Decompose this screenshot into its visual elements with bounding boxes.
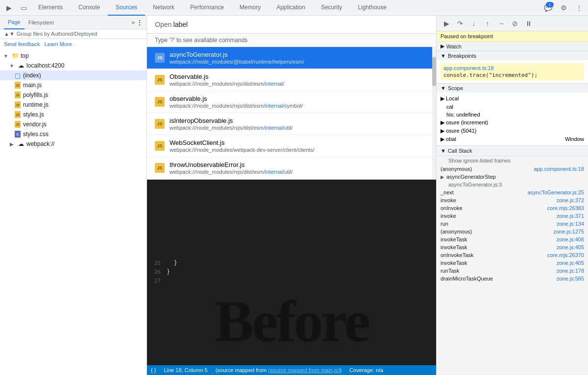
more-icon[interactable]: ⋮ xyxy=(572,1,586,15)
open-hint: Type '?' to see available commands xyxy=(147,34,436,47)
stack-frame-invoke-371[interactable]: invoke zone.js:371 xyxy=(437,212,588,220)
scope-cal: cal xyxy=(441,103,584,111)
file-result-isinterop[interactable]: JS isInteropObservable.js webpack:///nod… xyxy=(147,113,436,135)
file-result-throw[interactable]: JS throwUnobservableError.js webpack:///… xyxy=(147,157,436,179)
format-icon[interactable]: { } xyxy=(151,367,156,373)
stack-group-async-gen[interactable]: ▶ asyncGeneratorStep xyxy=(437,173,588,181)
tab-performance[interactable]: Performance xyxy=(182,0,232,16)
source-mapped: (source mapped from (source mapped from … xyxy=(216,367,342,373)
breakpoints-header[interactable]: ▼ Breakpoints xyxy=(437,51,588,60)
tree-item-index[interactable]: ▢ (index) xyxy=(0,70,147,80)
tree-label-main-js: main.js xyxy=(23,82,42,89)
stack-frame-run[interactable]: run zone.js:134 xyxy=(437,220,588,228)
frame-name-it405: invokeTask xyxy=(441,244,467,250)
tree-item-styles-js[interactable]: JS styles.js xyxy=(0,110,147,119)
call-stack-header[interactable]: ▼ Call Stack xyxy=(437,146,588,156)
file-result-websocket[interactable]: JS WebSocketClient.js webpack:///node_mo… xyxy=(147,135,436,157)
panel-tabs: Page Filesystem » ⋮ xyxy=(0,16,147,29)
deactivate-breakpoints-button[interactable]: ⊘ xyxy=(509,18,521,29)
tab-console[interactable]: Console xyxy=(71,0,108,16)
open-file-header: Open xyxy=(147,16,436,34)
open-file-input[interactable] xyxy=(173,21,428,28)
scope-local: ▶ Local xyxy=(441,94,584,103)
frame-loc-run: zone.js:134 xyxy=(557,221,584,227)
file-icon-obs: JS xyxy=(155,75,165,85)
tree-label-styles-js: styles.js xyxy=(23,111,44,118)
more-tabs-icon[interactable]: » xyxy=(131,19,135,26)
tab-elements[interactable]: Elements xyxy=(30,0,71,16)
tree-item-webpack[interactable]: ▶ ☁ webpack:// xyxy=(0,139,147,149)
call-stack-label: Call Stack xyxy=(448,148,472,154)
file-name-4: isInteropObservable.js xyxy=(170,117,428,124)
device-toolbar-icon[interactable]: ▭ xyxy=(17,1,30,15)
tree-item-top[interactable]: ▼ 📁 top xyxy=(0,51,147,61)
tree-item-polyfills[interactable]: JS polyfills.js xyxy=(0,90,147,100)
tab-sources[interactable]: Sources xyxy=(108,0,145,16)
scope-content: ▶ Local cal his: undefined ▶ osure (incr… xyxy=(437,93,588,145)
send-feedback-link[interactable]: Send feedback xyxy=(4,41,40,47)
watch-label: Watch xyxy=(446,44,462,49)
tab-page[interactable]: Page xyxy=(4,16,24,29)
tree-item-localhost[interactable]: ▼ ☁ localhost:4200 xyxy=(0,61,147,70)
scope-local-label: ▶ Local xyxy=(441,95,459,102)
tab-network[interactable]: Network xyxy=(145,0,182,16)
step-out-button[interactable]: ↑ xyxy=(482,18,493,29)
open-file-dialog: Open Type '?' to see available commands … xyxy=(147,16,436,180)
step-over-button[interactable]: ↷ xyxy=(454,18,466,29)
frame-loc-invoke1: zone.js:372 xyxy=(557,197,584,203)
file-name-6: throwUnobservableError.js xyxy=(170,161,428,168)
tree-item-runtime[interactable]: JS runtime.js xyxy=(0,100,147,110)
scope-cal-label: cal xyxy=(441,104,453,110)
tab-application[interactable]: Application xyxy=(269,0,313,16)
settings-icon[interactable]: ⚙ xyxy=(557,1,570,15)
tab-security[interactable]: Security xyxy=(313,0,350,16)
line-number-25: 25 xyxy=(147,259,165,268)
stack-frame-next[interactable]: _next asyncToGenerator.js:25 xyxy=(437,188,588,196)
main-js-link[interactable]: (source mapped from main.js) xyxy=(268,367,340,373)
stack-frame-invoketask-406[interactable]: invokeTask zone.js:406 xyxy=(437,235,588,243)
debugger-toolbar: ▶ ↷ ↓ ↑ → ⊘ ⏸ xyxy=(437,16,588,31)
stack-frame-oninvoke[interactable]: onInvoke core.mjs:26383 xyxy=(437,204,588,212)
pause-on-exception-button[interactable]: ⏸ xyxy=(523,18,535,29)
file-result-async-generator[interactable]: JS asyncToGenerator.js webpack:///node_m… xyxy=(147,47,436,69)
learn-more-link[interactable]: Learn More xyxy=(45,41,72,47)
stack-frame-runtask[interactable]: runTask zone.js:178 xyxy=(437,267,588,275)
stack-frame-oninvoketask[interactable]: onInvokeTask core.mjs:26370 xyxy=(437,251,588,259)
panel-more-button[interactable]: ⋮ xyxy=(137,19,143,26)
stack-frame-anon-1275[interactable]: (anonymous) zone.js:1275 xyxy=(437,228,588,235)
tab-filesystem[interactable]: Filesystem xyxy=(24,16,58,29)
stack-frame-anonymous[interactable]: (anonymous) app.component.ts:18 xyxy=(437,165,588,173)
tree-label-vendor: vendor.js xyxy=(23,121,47,128)
breakpoints-content: app.component.ts:18 console.trace("incre… xyxy=(437,60,588,83)
tab-memory[interactable]: Memory xyxy=(232,0,269,16)
step-into-button[interactable]: ↓ xyxy=(468,18,480,29)
coverage: Coverage: n/a xyxy=(349,367,383,373)
tree-item-main-js[interactable]: JS main.js xyxy=(0,80,147,90)
tree-item-styles-css[interactable]: C styles.css xyxy=(0,129,147,139)
file-results: JS asyncToGenerator.js webpack:///node_m… xyxy=(147,47,436,179)
frame-name-anon-1275: (anonymous) xyxy=(441,229,472,234)
chat-icon[interactable]: 💬 1 xyxy=(541,1,555,15)
frame-name-oninvoketask: onInvokeTask xyxy=(441,252,473,258)
frame-name-run: run xyxy=(441,221,448,227)
tree-item-vendor[interactable]: JS vendor.js xyxy=(0,119,147,129)
stack-frame-invoketask-405b[interactable]: invokeTask zone.js:405 xyxy=(437,259,588,267)
scope-header[interactable]: ▼ Scope xyxy=(437,84,588,93)
stack-frame-drainmicro[interactable]: drainMicroTaskQueue zone.js:585 xyxy=(437,275,588,282)
stack-frame-invoketask-405[interactable]: invokeTask zone.js:405 xyxy=(437,243,588,251)
inspect-icon[interactable]: ▶ xyxy=(2,1,16,15)
stack-frame-async-gen-js3[interactable]: asyncToGenerator.js:3 xyxy=(437,181,588,188)
cloud-icon: ☁ xyxy=(17,62,25,70)
dialog-scrollbar[interactable] xyxy=(432,47,436,179)
step-button[interactable]: → xyxy=(495,18,507,29)
watch-header[interactable]: ▶ Watch xyxy=(437,42,588,51)
file-result-observable-lc[interactable]: JS observable.js webpack:///node_modules… xyxy=(147,91,436,113)
status-bar: { } Line 18, Column 5 (source mapped fro… xyxy=(147,365,436,375)
line-content-27 xyxy=(165,277,436,286)
stack-frame-invoke-372[interactable]: invoke zone.js:372 xyxy=(437,196,588,204)
tree-label-runtime: runtime.js xyxy=(23,101,49,108)
tab-lighthouse[interactable]: Lighthouse xyxy=(350,0,394,16)
file-result-observable[interactable]: JS Observable.js webpack:///node_modules… xyxy=(147,69,436,91)
resume-button[interactable]: ▶ xyxy=(441,18,452,29)
show-ignore-link[interactable]: Show ignore-listed frames xyxy=(437,156,588,165)
